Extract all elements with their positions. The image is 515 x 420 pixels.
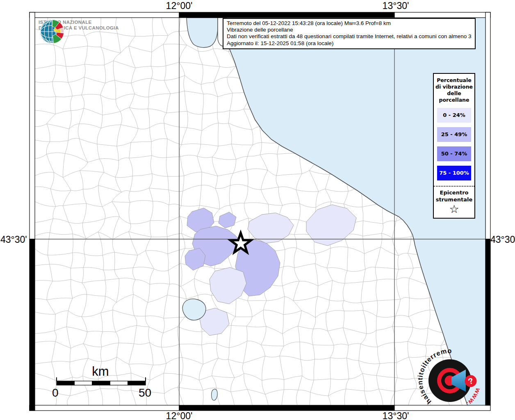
axis-label-top-13-30: 13°30': [377, 0, 414, 11]
axis-label-left-43-30: 43°30': [0, 234, 27, 245]
scale-bar-unit: km: [80, 364, 121, 379]
legend-divider: [434, 186, 474, 187]
scale-bar-end: 50: [139, 386, 151, 399]
lake: [182, 299, 206, 320]
axis-label-bottom-13-30: 13°30': [377, 411, 414, 420]
ingv-logo: ISTITUTO NAZIONALE DI GEOFISICA E VULCAN…: [39, 19, 119, 31]
legend: Percentuale di vibrazione delle porcella…: [433, 73, 475, 219]
axis-label-right-43-30: 43°30': [490, 234, 515, 245]
legend-epicenter-label: Epicentro strumentale: [434, 189, 474, 203]
legend-class-75-100: 75 - 100%: [437, 166, 471, 180]
info-event-line: Terremoto del 05-12-2022 15:43:28 (ora l…: [227, 20, 472, 27]
legend-title: Percentuale di vibrazione delle porcella…: [434, 77, 474, 103]
info-map-type: Vibrazione delle porcellane: [227, 27, 472, 33]
legend-star-icon: ☆: [434, 203, 474, 215]
axis-label-bottom-12-00: 12°00': [161, 411, 198, 420]
info-updated: Aggiornato il: 15-12-2025 01:58 (ora loc…: [227, 40, 472, 47]
legend-class-25-49: 25 - 49%: [437, 127, 471, 142]
ingv-globe-icon: [39, 19, 66, 45]
legend-class-0-24: 0 - 24%: [437, 108, 471, 123]
axis-label-top-12-00: 12°00': [161, 0, 198, 11]
legend-class-50-74: 50 - 74%: [437, 146, 471, 161]
scale-bar-start: 0: [52, 386, 59, 399]
map-page: ? haisentitoilterremoto.it www.: [0, 0, 515, 420]
info-disclaimer: Dati non verificati estratti da 48 quest…: [227, 33, 472, 40]
small-lake: [212, 389, 218, 400]
earthquake-info-box: Terremoto del 05-12-2022 15:43:28 (ora l…: [223, 18, 476, 49]
